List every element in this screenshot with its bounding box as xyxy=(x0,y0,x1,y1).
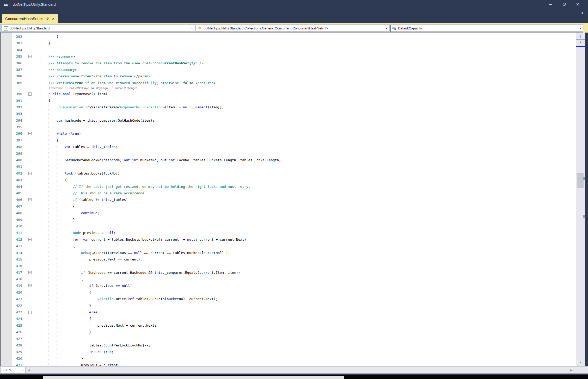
zoom-level-dropdown[interactable]: 100 % ▾ xyxy=(1,367,26,373)
code-line: 401 xyxy=(0,163,588,170)
line-number: 399 xyxy=(10,150,22,157)
pin-icon[interactable] xyxy=(46,17,49,21)
fold-collapse-icon[interactable]: − xyxy=(28,311,32,314)
fold-collapse-icon[interactable]: − xyxy=(28,172,32,175)
code-line: 430 } xyxy=(0,355,588,362)
line-number: 423 xyxy=(10,309,22,315)
type-dropdown[interactable]: dotNetTips.Utility.Standard.Collections.… xyxy=(196,25,389,32)
code-line: 419− if (previous == null) xyxy=(0,282,588,289)
tab-overflow-chevron-icon[interactable]: ▼ xyxy=(581,11,584,15)
scrollbar-annotation-mark xyxy=(583,215,585,218)
code-line: 400 GetBucketAndLockNo(hashcode, out int… xyxy=(0,157,588,163)
code-line: 394 var hashcode = this._comparer.GetHas… xyxy=(0,117,588,124)
line-number: 412 xyxy=(10,236,22,243)
scroll-right-arrow-icon[interactable]: ▶ xyxy=(570,368,573,372)
close-button[interactable]: ✕ xyxy=(571,0,584,9)
line-number: 420 xyxy=(10,289,22,296)
line-number: 389 xyxy=(10,80,22,86)
title-bar: ∞ dotNetTips.Utility.Standard ✕ xyxy=(0,0,588,9)
line-number: 401 xyxy=(10,163,22,170)
fold-collapse-icon[interactable]: − xyxy=(28,238,32,241)
fold-collapse-icon[interactable]: − xyxy=(28,132,32,135)
code-line: 406− if (tables != this._tables) xyxy=(0,196,588,203)
line-number: 392 xyxy=(10,104,22,110)
line-number: 415 xyxy=(10,256,22,263)
tab-label: ConcurrentHashSet.cs xyxy=(5,17,43,21)
horizontal-scrollbar[interactable]: 100 % ▾ ◀ ▶ xyxy=(0,366,588,374)
codelens-indicator[interactable]: 1 referenceRealDotNetDave, 146 days ago1… xyxy=(0,86,588,91)
line-number: 400 xyxy=(10,157,22,163)
fold-collapse-icon[interactable]: − xyxy=(28,271,32,274)
restore-button[interactable] xyxy=(557,0,571,9)
line-number: 391 xyxy=(10,97,22,104)
fold-collapse-icon[interactable]: − xyxy=(28,55,32,58)
code-line: 423− else xyxy=(0,309,588,315)
tab-concurrenthashset[interactable]: ConcurrentHashSet.cs ✕ xyxy=(2,14,58,23)
line-number: 402 xyxy=(10,170,22,177)
line-number: 418 xyxy=(10,276,22,282)
line-number: 428 xyxy=(10,342,22,349)
line-number: 422 xyxy=(10,302,22,309)
code-line: 416 xyxy=(0,263,588,269)
code-line: 426 } xyxy=(0,329,588,335)
class-icon xyxy=(198,26,202,30)
line-number: 398 xyxy=(10,144,22,150)
code-line: 402− lock (tables.Locks[lockNo]) xyxy=(0,170,588,177)
line-number: 394 xyxy=(10,117,22,124)
code-line: 418 { xyxy=(0,276,588,282)
code-line: 384 xyxy=(0,47,588,53)
scroll-left-arrow-icon[interactable]: ◀ xyxy=(28,368,30,372)
line-number: 385 xyxy=(10,53,22,60)
member-dropdown[interactable]: DefaultCapacity ▾ xyxy=(390,25,583,32)
editor-splitter-handle[interactable]: ↕ xyxy=(576,33,585,40)
line-number: 421 xyxy=(10,296,22,302)
code-line: 410 xyxy=(0,223,588,229)
chevron-down-icon: ▾ xyxy=(386,27,387,30)
type-dropdown-value: dotNetTips.Utility.Standard.Collections.… xyxy=(204,26,328,30)
line-number: 414 xyxy=(10,250,22,256)
code-line: 422 } xyxy=(0,302,588,309)
line-number: 409 xyxy=(10,216,22,223)
line-number: 427 xyxy=(10,335,22,342)
member-dropdown-value: DefaultCapacity xyxy=(398,26,422,30)
fold-collapse-icon[interactable]: − xyxy=(28,284,32,287)
code-editor[interactable]: 382 }383 }384385− /// <summary>386 /// A… xyxy=(0,33,588,366)
code-line: 398 var tables = this._tables; xyxy=(0,144,588,150)
code-line: 431 previous = current; xyxy=(0,362,588,366)
line-number: 383 xyxy=(10,40,22,46)
background-window-edge[interactable] xyxy=(43,376,344,379)
restore-icon xyxy=(563,3,566,6)
project-dropdown[interactable]: C# dotNetTips.Utility.Standard ▾ xyxy=(2,25,195,32)
line-number: 406 xyxy=(10,196,22,203)
line-number: 410 xyxy=(10,223,22,229)
window-controls: ✕ xyxy=(544,0,584,9)
tab-close-icon[interactable]: ✕ xyxy=(52,17,55,21)
scrollbar-caret-marker xyxy=(576,46,585,47)
code-line: 388 /// <param name="item">The item to r… xyxy=(0,73,588,79)
line-number: 411 xyxy=(10,229,22,236)
line-number: 407 xyxy=(10,203,22,210)
line-number: 425 xyxy=(10,322,22,329)
code-line: 429 return true; xyxy=(0,349,588,355)
minimize-button[interactable] xyxy=(544,0,557,9)
window-frame-left xyxy=(0,33,1,374)
scroll-up-arrow-icon[interactable]: ▲ xyxy=(576,40,585,46)
code-line: 403 { xyxy=(0,177,588,183)
close-icon: ✕ xyxy=(576,2,579,6)
scroll-down-arrow-icon[interactable]: ▼ xyxy=(576,361,585,366)
code-line: 407 { xyxy=(0,203,588,210)
fold-collapse-icon[interactable]: − xyxy=(28,92,32,96)
code-line: 399 xyxy=(0,150,588,157)
line-number: 429 xyxy=(10,349,22,355)
vertical-scrollbar-thumb[interactable] xyxy=(577,173,584,188)
fold-collapse-icon[interactable]: − xyxy=(28,198,32,201)
line-number: 430 xyxy=(10,355,22,362)
chevron-down-icon: ▾ xyxy=(580,27,581,30)
code-line: 417− if (hashcode == current.Hashcode &&… xyxy=(0,269,588,276)
code-line: 397 { xyxy=(0,137,588,144)
vertical-scrollbar[interactable]: ↕ ▲ ▼ xyxy=(576,33,585,366)
navbar-accent-strip xyxy=(583,24,588,33)
line-number: 403 xyxy=(10,177,22,183)
code-line: 392 Encapsulation.TryValidateParam<Argum… xyxy=(0,104,588,110)
code-line: 389 /// <returns>true if an item was rem… xyxy=(0,80,588,86)
